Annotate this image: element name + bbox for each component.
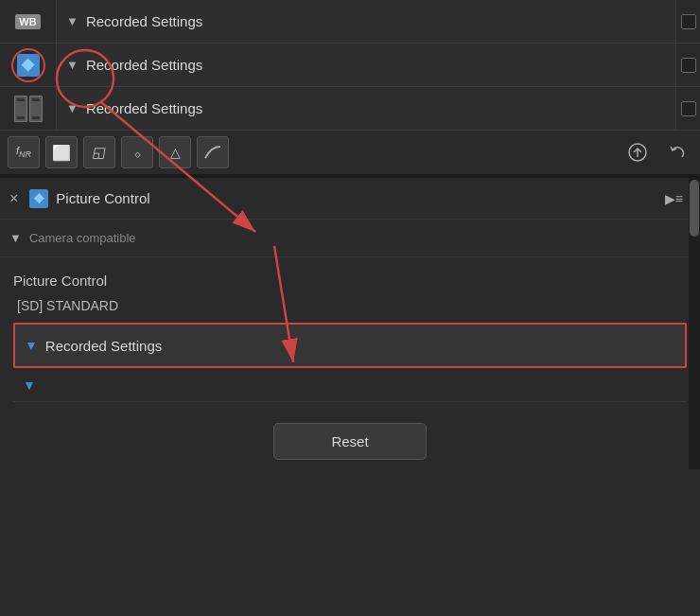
crop-button[interactable]: ⬜ [45, 136, 78, 168]
panel-header: × Picture Control ▶≡ [0, 178, 700, 220]
wb-badge: WB [15, 14, 40, 29]
nr-icon: fNR [16, 145, 31, 159]
scrollbar-thumb [690, 180, 699, 237]
chevron-icon-row1: ▼ [66, 14, 79, 28]
picture-control-panel: × Picture Control ▶≡ ▼ Camera compatible… [0, 176, 700, 469]
levels-button[interactable]: △ [159, 136, 191, 168]
picture-control-icon [17, 54, 40, 77]
row3-checkbox[interactable] [681, 101, 696, 116]
pc-section: Picture Control [SD] STANDARD ▼ Recorded… [0, 257, 700, 402]
row3-label: Recorded Settings [86, 100, 202, 116]
row1-label: Recorded Settings [86, 13, 202, 29]
panel-title-icon [29, 189, 48, 208]
row3-content[interactable]: ▼ Recorded Settings [57, 87, 675, 130]
filmstrip-icon [14, 96, 43, 122]
chevron-icon-row3: ▼ [66, 101, 79, 115]
lens-correct-button[interactable]: ◱ [83, 136, 115, 168]
recorded-settings-highlighted-box: ▼ Recorded Settings [13, 323, 687, 368]
scrollbar[interactable] [689, 178, 700, 469]
camera-compat-row[interactable]: ▼ Camera compatible [0, 220, 700, 257]
row2-label: Recorded Settings [86, 57, 202, 73]
row-wb: WB ▼ Recorded Settings [0, 0, 700, 44]
toolbar-left: fNR ⬜ ◱ ⬦ △ [8, 136, 229, 168]
top-panel: WB ▼ Recorded Settings ▼ Recorded Settin… [0, 0, 700, 131]
recorded-settings-chevron: ▼ [25, 338, 38, 353]
toolbar: fNR ⬜ ◱ ⬦ △ [0, 131, 700, 176]
perspective-icon: ⬦ [133, 145, 142, 161]
row2-checkbox[interactable] [681, 58, 696, 73]
panel-title: Picture Control [56, 190, 664, 206]
row1-checkbox-container [675, 0, 700, 43]
undo-button[interactable] [662, 137, 692, 167]
copy-button[interactable] [622, 137, 653, 167]
pc-preset-label: [SD] STANDARD [13, 298, 687, 313]
wb-icon-container: WB [0, 0, 57, 43]
pc-icon-container [0, 44, 57, 86]
copy-icon [627, 142, 648, 163]
undo-icon [667, 142, 688, 163]
row-picture-control: ▼ Recorded Settings [0, 44, 700, 87]
chevron-down-icon: ▼ [23, 378, 36, 393]
chevron-down-row[interactable]: ▼ [13, 368, 687, 402]
panel-menu-button[interactable]: ▶≡ [665, 191, 683, 206]
toolbar-right [622, 137, 692, 167]
lens-correct-icon: ◱ [91, 144, 107, 161]
row2-checkbox-container [675, 44, 700, 86]
close-button[interactable]: × [9, 190, 18, 207]
nr-button[interactable]: fNR [8, 136, 40, 168]
camera-compat-chevron: ▼ [9, 231, 22, 245]
row1-content[interactable]: ▼ Recorded Settings [57, 0, 675, 43]
pc-section-title: Picture Control [13, 273, 687, 289]
curves-button[interactable] [197, 136, 229, 168]
crop-icon: ⬜ [52, 144, 71, 162]
row1-checkbox[interactable] [681, 14, 696, 29]
camera-compat-label: Camera compatible [29, 231, 136, 245]
reset-section: Reset [0, 402, 700, 469]
chevron-icon-row2: ▼ [66, 58, 79, 72]
picture-control-badge [11, 48, 45, 82]
curves-icon [203, 143, 222, 162]
row2-content[interactable]: ▼ Recorded Settings [57, 44, 675, 86]
row3-checkbox-container [675, 87, 700, 130]
levels-icon: △ [170, 145, 181, 160]
row-filmstrip: ▼ Recorded Settings [0, 87, 700, 131]
perspective-button[interactable]: ⬦ [121, 136, 153, 168]
recorded-settings-row[interactable]: ▼ Recorded Settings [15, 325, 685, 366]
filmstrip-icon-container [0, 87, 57, 130]
recorded-settings-label: Recorded Settings [45, 338, 162, 354]
reset-button[interactable]: Reset [273, 423, 426, 460]
